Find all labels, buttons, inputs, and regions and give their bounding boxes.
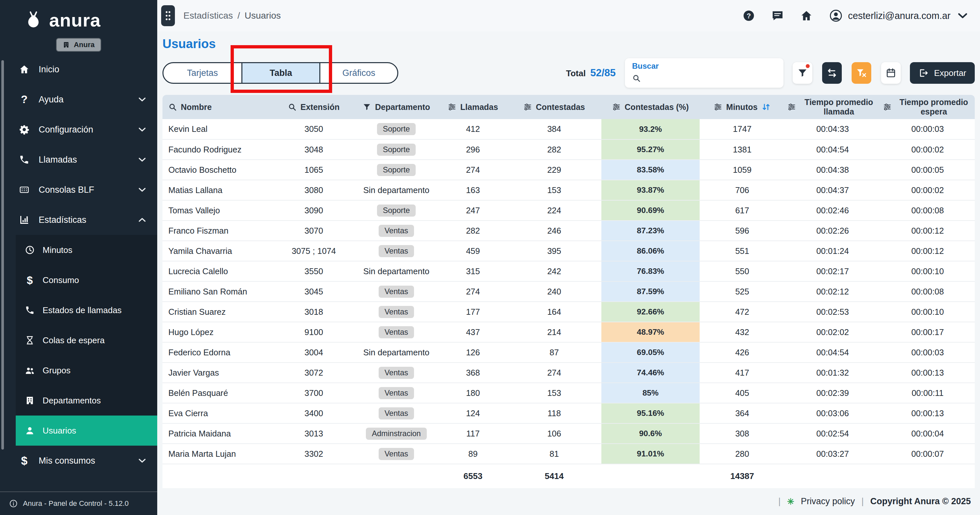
home-icon[interactable] bbox=[800, 10, 813, 22]
column-header-departamento[interactable]: Departamento bbox=[354, 95, 439, 119]
cell-avg-call-time: 00:02:53 bbox=[785, 302, 880, 322]
column-label: Tiempo promedio llamada bbox=[800, 98, 878, 116]
cell-name: Federico Edorna bbox=[162, 342, 274, 363]
dollar-icon: $ bbox=[18, 455, 30, 466]
question-icon: ? bbox=[18, 94, 30, 105]
export-button[interactable]: Exportar bbox=[910, 62, 975, 84]
sidebar-item-label: Mis consumos bbox=[39, 456, 95, 466]
sidebar-item-inicio[interactable]: Inicio bbox=[0, 54, 157, 84]
column-settings-button[interactable] bbox=[822, 62, 842, 84]
sidebar-item-llamadas[interactable]: Llamadas bbox=[0, 145, 157, 175]
department-chip: Ventas bbox=[379, 225, 414, 237]
column-header-tiempo-promedio-llamada[interactable]: Tiempo promedio llamada bbox=[785, 95, 880, 119]
notification-dot bbox=[806, 64, 810, 68]
cell-minutes: 706 bbox=[700, 180, 785, 200]
sidebar-item-mis-consumos[interactable]: $Mis consumos bbox=[0, 445, 157, 476]
tab-graficos[interactable]: Gráficos bbox=[319, 63, 397, 83]
sidebar-scrollbar[interactable] bbox=[1, 60, 4, 450]
sidebar-item-consumo[interactable]: $Consumo bbox=[16, 265, 157, 295]
column-header-tiempo-promedio-espera[interactable]: Tiempo promedio espera bbox=[880, 95, 975, 119]
cell-calls: 180 bbox=[439, 383, 507, 403]
cell-extension: 3018 bbox=[274, 302, 354, 322]
cell-name: Tomas Vallejo bbox=[162, 200, 274, 220]
footer-separator: | bbox=[778, 496, 781, 507]
cell-answered-pct: 95.27% bbox=[601, 139, 700, 160]
sidebar-item-colas-de-espera[interactable]: Colas de espera bbox=[16, 325, 157, 355]
cell-department: Ventas bbox=[354, 383, 439, 403]
tab-tarjetas[interactable]: Tarjetas bbox=[164, 63, 242, 83]
department-text: Sin departamento bbox=[363, 348, 430, 357]
cell-answered: 87 bbox=[507, 342, 601, 363]
cell-department: Soporte bbox=[354, 119, 439, 139]
sidebar-item-departamentos[interactable]: Departamentos bbox=[16, 385, 157, 415]
table-row: Emiliano San Román3045Ventas27424087.59%… bbox=[162, 281, 975, 302]
cell-extension: 3080 bbox=[274, 180, 354, 200]
cell-minutes: 1059 bbox=[700, 160, 785, 180]
clear-filters-button[interactable] bbox=[852, 62, 871, 84]
department-chip: Ventas bbox=[379, 367, 414, 379]
copyright-text: Copyright Anura © 2025 bbox=[870, 496, 971, 507]
tab-tabla[interactable]: Tabla bbox=[242, 63, 319, 83]
phone-icon bbox=[18, 154, 30, 165]
cell-extension: 3004 bbox=[274, 342, 354, 363]
account-badge[interactable]: Anura bbox=[56, 38, 101, 52]
cell-avg-call-time: 00:01:32 bbox=[785, 363, 880, 383]
column-header-extension[interactable]: Extensión bbox=[274, 95, 354, 119]
sidebar-item-ayuda[interactable]: ?Ayuda bbox=[0, 84, 157, 114]
table-row: Hugo López9100Ventas43721448.97%43200:02… bbox=[162, 322, 975, 342]
breadcrumb-parent[interactable]: Estadísticas bbox=[183, 11, 233, 21]
cell-avg-call-time: 00:04:54 bbox=[785, 342, 880, 363]
sidebar-item-configuracion[interactable]: Configuración bbox=[0, 114, 157, 145]
column-header-contestadas[interactable]: Contestadas (%) bbox=[601, 95, 700, 119]
cell-name: Hugo López bbox=[162, 322, 274, 342]
sidebar-item-label: Grupos bbox=[43, 366, 70, 376]
cell-answered: 395 bbox=[507, 241, 601, 261]
cell-department: Ventas bbox=[354, 241, 439, 261]
cell-avg-wait-time: 00:00:17 bbox=[880, 322, 975, 342]
sidebar-item-estadisticas[interactable]: Estadísticas bbox=[0, 205, 157, 235]
cell-avg-wait-time: 00:00:13 bbox=[880, 363, 975, 383]
sidebar-item-usuarios[interactable]: Usuarios bbox=[16, 415, 157, 445]
table-row: Tomas Vallejo3090Soporte24722490.69%6170… bbox=[162, 200, 975, 220]
sliders-icon bbox=[714, 103, 722, 111]
info-icon bbox=[9, 499, 18, 508]
filter-button[interactable] bbox=[793, 62, 812, 84]
privacy-policy-link[interactable]: Privacy policy bbox=[801, 496, 855, 507]
table-row: Federico Edorna3004Sin departamento12687… bbox=[162, 342, 975, 363]
cell-avg-call-time: 00:04:37 bbox=[785, 180, 880, 200]
sidebar-item-consolas-blf[interactable]: Consolas BLF bbox=[0, 175, 157, 205]
main-area: Estadísticas / Usuarios ? cesterlizi@anu… bbox=[157, 0, 980, 515]
column-header-minutos[interactable]: Minutos bbox=[700, 95, 785, 119]
sidebar-item-label: Configuración bbox=[39, 125, 93, 135]
cell-avg-wait-time: 00:00:08 bbox=[880, 200, 975, 220]
cell-department: Ventas bbox=[354, 220, 439, 241]
sidebar: anura Anura Inicio?AyudaConfiguraciónLla… bbox=[0, 0, 157, 515]
chevron-down-icon bbox=[136, 124, 148, 135]
cell-extension: 3070 bbox=[274, 220, 354, 241]
table-body: Kevin Leal3050Soporte41238493.2%174700:0… bbox=[162, 119, 975, 464]
topbar-actions: ? cesterlizi@anura.com.ar bbox=[743, 9, 969, 22]
sidebar-item-label: Estadísticas bbox=[39, 215, 86, 225]
sidebar-item-estados-de-llamadas[interactable]: Estados de llamadas bbox=[16, 295, 157, 325]
cell-answered-pct: 90.6% bbox=[601, 423, 700, 444]
user-menu[interactable]: cesterlizi@anura.com.ar bbox=[829, 9, 969, 22]
sidebar-item-minutos[interactable]: Minutos bbox=[16, 235, 157, 265]
cell-department: Soporte bbox=[354, 139, 439, 160]
help-icon[interactable]: ? bbox=[743, 10, 755, 22]
total-answered: 5414 bbox=[507, 464, 601, 488]
column-header-contestadas[interactable]: Contestadas bbox=[507, 95, 601, 119]
sidebar-toggle-button[interactable] bbox=[161, 5, 175, 26]
column-header-llamadas[interactable]: Llamadas bbox=[439, 95, 507, 119]
cell-answered-pct: 85% bbox=[601, 383, 700, 403]
date-range-button[interactable] bbox=[881, 62, 901, 84]
sort-icon bbox=[762, 102, 771, 112]
column-header-nombre[interactable]: Nombre bbox=[162, 95, 274, 119]
cell-answered: 153 bbox=[507, 383, 601, 403]
sidebar-item-grupos[interactable]: Grupos bbox=[16, 355, 157, 385]
cell-answered-pct: 87.59% bbox=[601, 281, 700, 302]
cell-name: Franco Fiszman bbox=[162, 220, 274, 241]
search-box[interactable]: Buscar bbox=[625, 58, 783, 88]
cell-answered: 246 bbox=[507, 220, 601, 241]
chat-icon[interactable] bbox=[772, 10, 784, 22]
console-icon bbox=[18, 185, 30, 195]
